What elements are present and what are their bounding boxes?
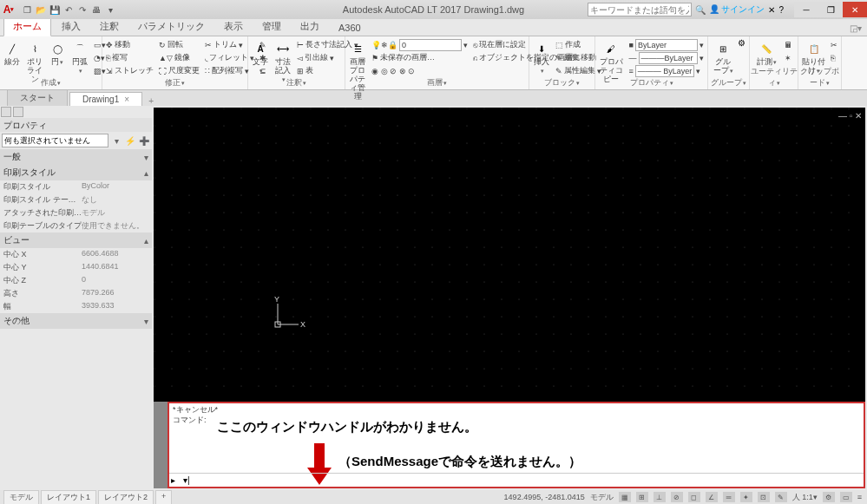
dyn-toggle[interactable]: ✦ — [740, 492, 752, 502]
tab-annotate[interactable]: 注釈 — [91, 17, 128, 36]
panel-layers-label[interactable]: 画層 — [345, 77, 529, 88]
linetype-control[interactable]: ≡ ——— ByLayer▾ — [627, 64, 706, 77]
tab-drawing1[interactable]: Drawing1× — [69, 92, 142, 106]
redo-icon[interactable]: ↷ — [76, 3, 89, 16]
line-button[interactable]: ╱線分 — [2, 38, 23, 69]
minimize-button[interactable]: ─ — [794, 2, 818, 17]
rotate-button[interactable]: ↻ 回転 — [157, 38, 201, 51]
command-dock-handle[interactable] — [154, 402, 167, 488]
qp-toggle[interactable]: ⊡ — [758, 492, 770, 502]
workspace-icon[interactable]: ⚙ — [823, 492, 835, 502]
qat-more-icon[interactable]: ▾ — [104, 3, 116, 16]
tab-view[interactable]: 表示 — [215, 17, 252, 36]
viewport-controls[interactable]: — ▫ ✕ — [838, 111, 862, 121]
calc-icon[interactable]: 🖩 — [783, 38, 794, 51]
copy-clip-icon[interactable]: ⎘ — [829, 51, 839, 64]
copy-button[interactable]: ⎘ 複写 — [104, 51, 155, 64]
prop-row: 印刷テーブルのタイプ使用できません。 — [0, 219, 152, 232]
tab-layout2[interactable]: レイアウト2 — [98, 490, 154, 505]
mirror-button[interactable]: ▲▽ 鏡像 — [157, 51, 201, 64]
panel-modify-label[interactable]: 修正 — [102, 77, 247, 88]
tab-parametric[interactable]: パラメトリック — [129, 17, 213, 36]
anno-scale[interactable]: 人 1:1▾ — [792, 492, 818, 503]
tab-start[interactable]: スタート — [7, 89, 68, 106]
search-input[interactable] — [588, 3, 692, 16]
app-icon[interactable]: A▾ — [2, 3, 16, 16]
layer-tools[interactable]: ◉ ◎ ⊘ ⊗ ⊙ — [370, 64, 470, 77]
move-button[interactable]: ✥ 移動 — [104, 38, 155, 51]
customization-icon[interactable]: ≡ — [857, 493, 862, 501]
layer-properties-button[interactable]: ☰画層プロパティ管理 — [347, 38, 368, 102]
tab-new-icon[interactable]: + — [144, 96, 158, 106]
signin-link[interactable]: 👤 サインイン — [709, 3, 765, 16]
undo-icon[interactable]: ↶ — [62, 3, 75, 16]
grid-toggle[interactable]: ▦ — [619, 492, 631, 502]
layer-state-button[interactable]: ⚑ 未保存の画層… — [370, 51, 470, 64]
palette-icon[interactable] — [1, 107, 11, 117]
save-icon[interactable]: 💾 — [49, 3, 61, 16]
model-space-indicator[interactable]: モデル — [590, 492, 614, 503]
polar-toggle[interactable]: ⊘ — [671, 492, 683, 502]
layer-combo[interactable]: 💡❄🔒 0▾ — [370, 38, 470, 51]
tab-home[interactable]: ホーム — [3, 16, 51, 36]
point-icon[interactable]: ✶ — [783, 51, 794, 64]
panel-clipboard-label[interactable]: クリップボード — [798, 66, 841, 88]
selection-combo[interactable] — [2, 134, 108, 147]
selection-dropdown-icon[interactable]: ▾ — [110, 134, 122, 147]
sc-toggle[interactable]: ✎ — [775, 492, 787, 502]
help-icon[interactable]: ? — [778, 5, 784, 15]
tab-manage[interactable]: 管理 — [253, 17, 290, 36]
tab-insert[interactable]: 挿入 — [53, 17, 89, 36]
command-input[interactable]: ▸▾ | — [169, 473, 864, 487]
panel-block-label[interactable]: ブロック — [529, 77, 594, 88]
measure-button[interactable]: 📏計測 — [752, 38, 781, 69]
circle-button[interactable]: ◯円 — [47, 38, 68, 69]
drawing-canvas[interactable]: — ▫ ✕ YX *キャンセル* コマンド: ここのウィンドウハンドルがわかりま… — [154, 108, 865, 488]
ortho-toggle[interactable]: ⊥ — [654, 492, 666, 502]
new-icon[interactable]: ❐ — [21, 3, 33, 16]
panel-draw: ╱線分 ⌇ポリライン ◯円 ⌒円弧 ▭▾◔▾▨▾ 作成 — [0, 36, 102, 89]
cut-icon[interactable]: ✂ — [829, 38, 839, 51]
osnap-toggle[interactable]: ◻ — [688, 492, 700, 502]
panel-annotation-label[interactable]: 注釈 — [248, 77, 345, 88]
clean-screen-icon[interactable]: ▭ — [840, 492, 852, 502]
lineweight-control[interactable]: — ———ByLayer▾ — [627, 51, 706, 64]
scale-button[interactable]: ⛶ 尺度変更 — [157, 64, 201, 77]
open-icon[interactable]: 📂 — [35, 3, 47, 16]
tab-a360[interactable]: A360 — [330, 20, 370, 36]
group-button[interactable]: ⊞グループ — [710, 38, 736, 77]
command-history[interactable]: *キャンセル* コマンド: ここのウィンドウハンドルがわかりません。 （Send… — [167, 402, 865, 488]
lwt-toggle[interactable]: ═ — [723, 492, 735, 502]
pickadd-icon[interactable]: ➕ — [138, 134, 150, 147]
ribbon-collapse-icon[interactable]: ◲▾ — [844, 21, 867, 36]
snap-toggle[interactable]: ⊞ — [636, 492, 648, 502]
arc-button[interactable]: ⌒円弧 — [69, 38, 90, 77]
tab-model[interactable]: モデル — [3, 490, 39, 505]
palette-icon[interactable] — [13, 107, 23, 117]
quickselect-icon[interactable]: ⚡ — [124, 134, 136, 147]
text-button[interactable]: A文字 — [250, 38, 271, 77]
close-button[interactable]: ✕ — [843, 2, 867, 17]
panel-group-label[interactable]: グループ — [708, 77, 749, 88]
search-icon[interactable]: 🔍 — [695, 5, 706, 15]
stretch-button[interactable]: ⇲ ストレッチ — [104, 64, 155, 77]
svg-rect-7 — [314, 443, 325, 468]
tab-plus-icon[interactable]: + — [155, 490, 172, 505]
group-settings-icon[interactable]: ⚙ — [738, 38, 747, 48]
print-icon[interactable]: 🖶 — [90, 3, 102, 16]
section-general[interactable]: 一般▾ — [0, 149, 152, 165]
insert-button[interactable]: ⬇挿入 — [531, 38, 552, 77]
section-view[interactable]: ビュー▴ — [0, 232, 152, 248]
panel-properties-label[interactable]: プロパティ — [595, 77, 707, 88]
tab-layout1[interactable]: レイアウト1 — [41, 490, 96, 505]
tab-output[interactable]: 出力 — [292, 17, 328, 36]
tab-close-icon[interactable]: × — [124, 95, 129, 104]
section-other[interactable]: その他▾ — [0, 313, 152, 329]
otrack-toggle[interactable]: ∠ — [706, 492, 718, 502]
color-control[interactable]: ■ ByLayer▾ — [627, 38, 706, 51]
exchange-icon[interactable]: ✕ — [768, 5, 775, 15]
panel-utility-label[interactable]: ユーティリティ — [750, 66, 798, 88]
panel-draw-label[interactable]: 作成 — [0, 77, 102, 88]
section-plot[interactable]: 印刷スタイル▴ — [0, 165, 152, 180]
maximize-button[interactable]: ❐ — [818, 2, 843, 17]
